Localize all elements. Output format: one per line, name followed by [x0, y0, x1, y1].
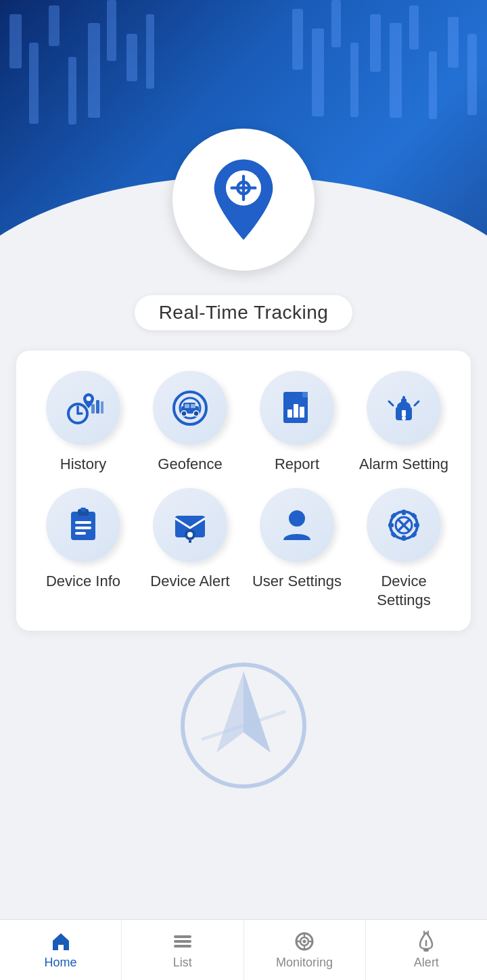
home-nav-label: Home: [45, 956, 77, 970]
geofence-label: Geofence: [158, 455, 222, 474]
logo-watermark: [176, 658, 311, 793]
svg-point-41: [187, 532, 193, 537]
nav-item-alert[interactable]: Alert: [366, 920, 487, 980]
report-icon: [277, 388, 317, 428]
svg-rect-50: [402, 535, 406, 541]
title-section: Real-Time Tracking: [135, 295, 353, 330]
svg-point-66: [303, 940, 306, 943]
history-label: History: [60, 455, 106, 474]
svg-rect-35: [80, 508, 86, 512]
svg-rect-19: [185, 404, 189, 408]
svg-line-32: [415, 401, 419, 405]
history-icon-circle: [46, 371, 120, 445]
svg-point-30: [402, 416, 406, 420]
svg-rect-37: [75, 527, 91, 529]
main-content: History: [0, 330, 487, 980]
device-alert-icon: [170, 505, 210, 545]
page-title: Real-Time Tracking: [135, 295, 353, 330]
device-settings-icon-circle: [367, 488, 441, 562]
hero-section: [0, 0, 487, 284]
geofence-icon-circle: [153, 371, 227, 445]
location-pin-icon: [206, 156, 281, 244]
menu-item-user-settings[interactable]: User Settings: [250, 488, 344, 610]
menu-item-device-alert[interactable]: Device Alert: [143, 488, 237, 610]
svg-rect-11: [101, 401, 103, 414]
list-nav-label: List: [173, 956, 192, 970]
list-nav-icon: [171, 930, 194, 953]
home-nav-icon: [49, 930, 72, 953]
device-settings-label: Device Settings: [356, 572, 451, 610]
device-info-icon: [63, 505, 103, 545]
svg-rect-22: [302, 392, 308, 397]
svg-rect-62: [174, 940, 191, 943]
svg-rect-29: [402, 410, 406, 416]
svg-rect-49: [402, 510, 406, 515]
nav-item-home[interactable]: Home: [0, 920, 122, 980]
menu-item-history[interactable]: History: [36, 371, 131, 474]
brand-logo: [176, 658, 311, 793]
svg-rect-38: [75, 532, 86, 535]
device-settings-icon: [384, 505, 424, 545]
svg-rect-42: [189, 529, 191, 532]
svg-point-8: [87, 397, 91, 401]
hero-logo-circle: [172, 129, 315, 271]
menu-item-geofence[interactable]: Geofence: [143, 371, 237, 474]
svg-rect-44: [185, 533, 187, 536]
svg-line-31: [389, 401, 393, 405]
monitoring-nav-label: Monitoring: [276, 956, 333, 970]
svg-rect-51: [388, 523, 394, 527]
menu-item-device-settings[interactable]: Device Settings: [356, 488, 451, 610]
alarm-icon-circle: [367, 371, 441, 445]
svg-rect-63: [174, 945, 191, 948]
svg-point-46: [289, 510, 305, 527]
device-info-icon-circle: [46, 488, 120, 562]
menu-grid-card: History: [16, 351, 471, 631]
svg-rect-23: [287, 409, 292, 418]
grid-row-2: Device Info: [30, 488, 457, 610]
monitoring-nav-icon: [293, 930, 316, 953]
alarm-icon: [384, 388, 424, 428]
svg-point-17: [181, 411, 187, 416]
device-alert-icon-circle: [153, 488, 227, 562]
svg-point-4: [241, 186, 245, 190]
menu-item-alarm[interactable]: Alarm Setting: [356, 371, 451, 474]
svg-rect-43: [189, 540, 191, 543]
svg-rect-28: [402, 396, 405, 400]
alert-nav-label: Alert: [414, 956, 439, 970]
device-alert-label: Device Alert: [150, 572, 229, 592]
svg-rect-9: [91, 404, 95, 414]
svg-point-18: [193, 411, 199, 416]
menu-item-report[interactable]: Report: [250, 371, 344, 474]
report-label: Report: [275, 455, 319, 474]
svg-rect-45: [193, 533, 195, 536]
svg-rect-36: [75, 521, 91, 524]
user-settings-icon-circle: [260, 488, 334, 562]
alert-nav-icon: [415, 930, 438, 953]
device-info-label: Device Info: [46, 572, 120, 592]
alarm-label: Alarm Setting: [359, 455, 448, 474]
grid-row-1: History: [30, 371, 457, 474]
bottom-navigation: Home List Monitoring Alert: [0, 919, 487, 980]
svg-rect-20: [191, 404, 195, 408]
svg-rect-33: [71, 512, 95, 540]
report-icon-circle: [260, 371, 334, 445]
history-icon: [63, 388, 103, 428]
nav-item-list[interactable]: List: [122, 920, 244, 980]
menu-item-device-info[interactable]: Device Info: [36, 488, 131, 610]
user-settings-label: User Settings: [252, 572, 342, 592]
svg-rect-73: [423, 949, 429, 952]
svg-rect-61: [174, 935, 191, 938]
svg-rect-25: [300, 407, 304, 418]
svg-rect-10: [96, 400, 99, 414]
nav-item-monitoring[interactable]: Monitoring: [244, 920, 366, 980]
geofence-icon: [170, 388, 210, 428]
user-settings-icon: [277, 505, 317, 545]
svg-rect-52: [414, 523, 419, 527]
svg-rect-24: [294, 404, 298, 418]
